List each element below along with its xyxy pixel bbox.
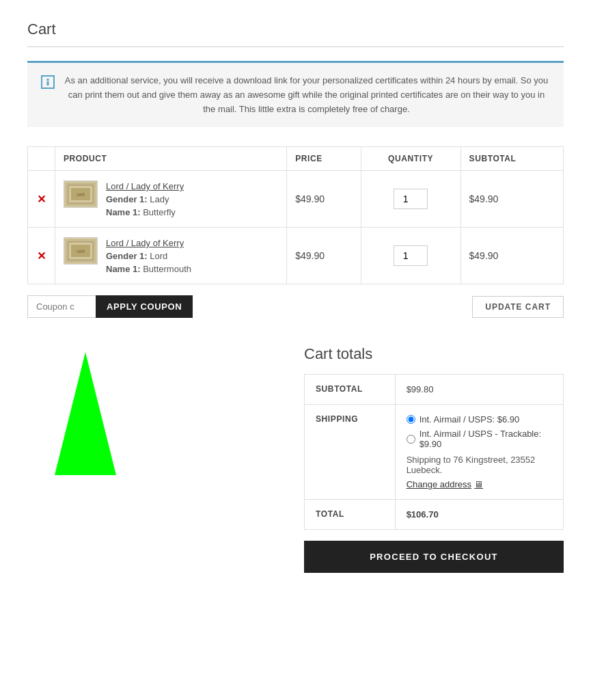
svg-text:cert: cert — [77, 192, 85, 197]
total-label: TOTAL — [305, 500, 396, 530]
shipping-options-cell: Int. Airmail / USPS: $6.90 Int. Airmail … — [395, 405, 563, 500]
checkout-button[interactable]: PROCEED TO CHECKOUT — [304, 541, 564, 573]
svg-marker-10 — [55, 352, 116, 475]
shipping-radio[interactable] — [407, 415, 415, 424]
col-quantity: QUANTITY — [361, 147, 461, 171]
coupon-section: APPLY COUPON — [27, 295, 193, 318]
item-subtotal: $49.90 — [461, 228, 563, 284]
item-subtotal: $49.90 — [461, 171, 563, 228]
quantity-input[interactable] — [394, 245, 428, 266]
cart-table: PRODUCT PRICE QUANTITY SUBTOTAL ✕ cert — [27, 146, 564, 284]
svg-text:cert: cert — [77, 249, 85, 254]
col-subtotal: SUBTOTAL — [461, 147, 563, 171]
cart-totals: Cart totals SUBTOTAL $99.80 SHIPPING Int… — [304, 345, 564, 573]
remove-item-button[interactable]: ✕ — [37, 250, 46, 262]
location-icon: 🖥 — [474, 479, 483, 489]
col-remove — [28, 147, 55, 171]
item-price: $49.90 — [287, 228, 361, 284]
cart-totals-title: Cart totals — [304, 345, 564, 363]
subtotal-row: SUBTOTAL $99.80 — [305, 375, 564, 405]
shipping-option: Int. Airmail / USPS - Trackable: $9.90 — [407, 429, 552, 449]
product-info: Lord / Lady of Kerry Gender 1: Lord Name… — [106, 237, 191, 274]
svg-rect-1 — [47, 81, 49, 85]
total-row: TOTAL $106.70 — [305, 500, 564, 530]
green-arrow — [55, 352, 116, 477]
info-icon — [41, 75, 55, 89]
quantity-input[interactable] — [394, 189, 428, 209]
shipping-radio[interactable] — [407, 435, 415, 444]
page-title: Cart — [27, 21, 564, 38]
product-info: Lord / Lady of Kerry Gender 1: Lady Name… — [106, 180, 184, 217]
info-banner-text: As an additional service, you will recei… — [63, 74, 550, 116]
total-value: $106.70 — [395, 500, 563, 530]
product-thumbnail: cert — [64, 180, 98, 208]
shipping-option-label: Int. Airmail / USPS: $6.90 — [420, 414, 520, 425]
svg-rect-0 — [47, 79, 49, 81]
change-address-link[interactable]: Change address 🖥 — [407, 479, 483, 489]
update-cart-button[interactable]: UPDATE CART — [472, 296, 564, 318]
cart-totals-section: Cart totals SUBTOTAL $99.80 SHIPPING Int… — [27, 345, 564, 573]
product-thumbnail: cert — [64, 237, 98, 265]
change-address-label: Change address — [407, 479, 471, 489]
shipping-label: SHIPPING — [305, 405, 396, 500]
table-row: ✕ cert Lord / Lady of Kerry Gender — [28, 228, 564, 284]
apply-coupon-button[interactable]: APPLY COUPON — [96, 295, 193, 318]
col-product: PRODUCT — [55, 147, 287, 171]
item-price: $49.90 — [287, 171, 361, 228]
col-price: PRICE — [287, 147, 361, 171]
subtotal-value: $99.80 — [395, 375, 563, 405]
shipping-option-label: Int. Airmail / USPS - Trackable: $9.90 — [420, 429, 552, 449]
product-link[interactable]: Lord / Lady of Kerry — [106, 181, 184, 191]
product-link[interactable]: Lord / Lady of Kerry — [106, 238, 184, 248]
shipping-option: Int. Airmail / USPS: $6.90 — [407, 414, 552, 425]
subtotal-label: SUBTOTAL — [305, 375, 396, 405]
title-divider — [27, 46, 564, 47]
shipping-row: SHIPPING Int. Airmail / USPS: $6.90 Int.… — [305, 405, 564, 500]
table-row: ✕ cert Lord / Lady of Kerry Gender — [28, 171, 564, 228]
coupon-input[interactable] — [27, 295, 96, 318]
remove-item-button[interactable]: ✕ — [37, 193, 46, 206]
totals-table: SUBTOTAL $99.80 SHIPPING Int. Airmail / … — [304, 374, 564, 530]
coupon-row: APPLY COUPON UPDATE CART — [27, 295, 564, 318]
info-banner: As an additional service, you will recei… — [27, 61, 564, 127]
shipping-address: Shipping to 76 Kingstreet, 23552 Luebeck… — [407, 455, 552, 475]
